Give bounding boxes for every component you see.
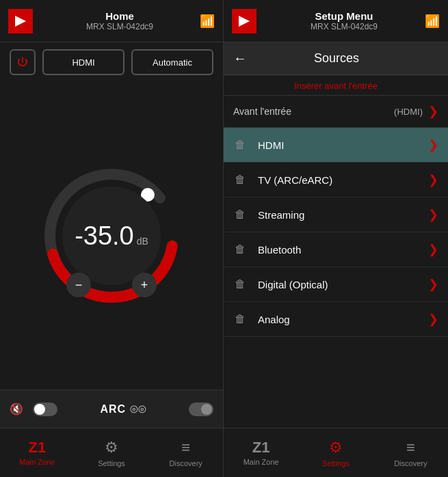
source-item-digital--optical-[interactable]: 🗑 Digital (Optical) ❯ — [224, 267, 448, 302]
flag-icon — [8, 9, 33, 33]
nav-discovery-label-right: Discovery — [394, 459, 427, 467]
right-header-info: Setup Menu MRX SLM-042dc9 — [263, 10, 425, 31]
source-item-bluetooth[interactable]: 🗑 Bluetooth ❯ — [224, 232, 448, 267]
wifi-icon: 📶 — [200, 14, 215, 29]
right-panel: Setup Menu MRX SLM-042dc9 📶 ← Sources In… — [224, 0, 448, 477]
discovery-icon-left: ≡ — [181, 439, 190, 456]
right-subtitle: MRX SLM-042dc9 — [263, 22, 425, 31]
left-subtitle: MRX SLM-042dc9 — [40, 22, 200, 31]
nav-settings-right[interactable]: ⚙ Settings — [298, 428, 373, 477]
nav-discovery-right[interactable]: ≡ Discovery — [373, 428, 448, 477]
source-chevron-2: ❯ — [428, 207, 438, 222]
left-bottom-nav: Z1 Main Zone ⚙ Settings ≡ Discovery — [0, 428, 223, 477]
left-panel: Home MRX SLM-042dc9 📶 HDMI Automatic — [0, 0, 224, 477]
source-item-hdmi[interactable]: 🗑 HDMI ❯ — [224, 128, 448, 163]
before-entry-chevron: ❯ — [428, 104, 438, 119]
gear-icon-left: ⚙ — [105, 439, 118, 456]
mute-icon: 🔇 — [10, 403, 23, 415]
insert-hint: Insérer avant l'entrée — [224, 75, 448, 96]
power-button[interactable] — [10, 49, 36, 75]
nav-main-zone-label-left: Main Zone — [19, 458, 55, 466]
source-chevron-5: ❯ — [428, 312, 438, 327]
left-header-info: Home MRX SLM-042dc9 — [40, 10, 200, 31]
nav-settings-label-right: Settings — [322, 459, 350, 467]
source-name-5: Analog — [258, 314, 428, 325]
trash-icon-1[interactable]: 🗑 — [233, 174, 247, 186]
source-name-4: Digital (Optical) — [258, 279, 428, 290]
source-name-3: Bluetooth — [258, 244, 428, 256]
hdmi-button[interactable]: HDMI — [42, 49, 124, 75]
volume-up-button[interactable]: + — [132, 273, 157, 297]
svg-marker-7 — [239, 16, 250, 27]
volume-section: -35.0 dB − + — [0, 82, 223, 390]
source-name-2: Streaming — [258, 209, 428, 221]
before-entry-row[interactable]: Avant l'entrée (HDMI) ❯ — [224, 96, 448, 128]
gear-icon-right: ⚙ — [329, 439, 343, 456]
controls-bar: HDMI Automatic — [0, 42, 223, 82]
sources-list: 🗑 HDMI ❯ 🗑 TV (ARC/eARC) ❯ 🗑 Streaming ❯… — [224, 128, 448, 428]
source-chevron-4: ❯ — [428, 277, 438, 292]
nav-discovery-label-left: Discovery — [170, 459, 202, 467]
source-item-streaming[interactable]: 🗑 Streaming ❯ — [224, 197, 448, 232]
right-title: Setup Menu — [263, 10, 425, 22]
nav-settings-left[interactable]: ⚙ Settings — [75, 428, 149, 477]
source-name-1: TV (ARC/eARC) — [258, 174, 428, 186]
trash-icon-2[interactable]: 🗑 — [233, 208, 247, 221]
z1-icon-right: Z1 — [252, 440, 270, 455]
trash-icon-3[interactable]: 🗑 — [233, 243, 247, 256]
back-button[interactable]: ← — [233, 51, 247, 66]
mute-toggle[interactable] — [33, 403, 57, 416]
nav-main-zone-left[interactable]: Z1 Main Zone — [0, 428, 75, 477]
nav-settings-label-left: Settings — [98, 459, 125, 467]
volume-controls: − + — [66, 273, 157, 297]
arc-label: ARC ⦾⦾ — [67, 403, 179, 415]
volume-knob[interactable]: -35.0 dB − + — [36, 161, 187, 311]
source-chevron-3: ❯ — [428, 242, 438, 257]
source-item-analog[interactable]: 🗑 Analog ❯ — [224, 302, 448, 337]
trash-icon-0[interactable]: 🗑 — [233, 139, 247, 151]
before-entry-value: (HDMI) — [394, 107, 423, 117]
trash-icon-5[interactable]: 🗑 — [233, 313, 247, 325]
volume-down-button[interactable]: − — [66, 273, 91, 297]
left-header: Home MRX SLM-042dc9 📶 — [0, 0, 223, 42]
discovery-icon-right: ≡ — [406, 439, 415, 456]
svg-marker-0 — [15, 16, 26, 27]
trash-icon-4[interactable]: 🗑 — [233, 278, 247, 290]
volume-display: -35.0 dB — [75, 221, 148, 251]
z1-icon-left: Z1 — [28, 440, 46, 455]
source-name-0: HDMI — [258, 139, 428, 151]
right-bottom-nav: Z1 Main Zone ⚙ Settings ≡ Discovery — [224, 428, 448, 477]
bottom-bar: 🔇 ARC ⦾⦾ — [0, 390, 223, 428]
before-entry-label: Avant l'entrée — [233, 106, 394, 117]
source-chevron-0: ❯ — [428, 137, 438, 152]
right-header: Setup Menu MRX SLM-042dc9 📶 — [224, 0, 448, 42]
nav-discovery-left[interactable]: ≡ Discovery — [148, 428, 223, 477]
source-item-tv--arc-earc-[interactable]: 🗑 TV (ARC/eARC) ❯ — [224, 163, 448, 197]
source-chevron-1: ❯ — [428, 172, 438, 187]
volume-value: -35.0 — [75, 221, 134, 251]
nav-main-zone-label-right: Main Zone — [243, 458, 279, 466]
right-wifi-icon: 📶 — [425, 14, 440, 29]
volume-unit: dB — [137, 236, 148, 247]
right-flag-icon — [232, 9, 256, 33]
arc-toggle[interactable] — [189, 403, 213, 416]
left-title: Home — [40, 10, 200, 22]
sources-page-title: Sources — [255, 51, 418, 66]
sources-title-bar: ← Sources — [224, 42, 448, 75]
nav-main-zone-right[interactable]: Z1 Main Zone — [224, 428, 298, 477]
automatic-button[interactable]: Automatic — [131, 49, 213, 75]
